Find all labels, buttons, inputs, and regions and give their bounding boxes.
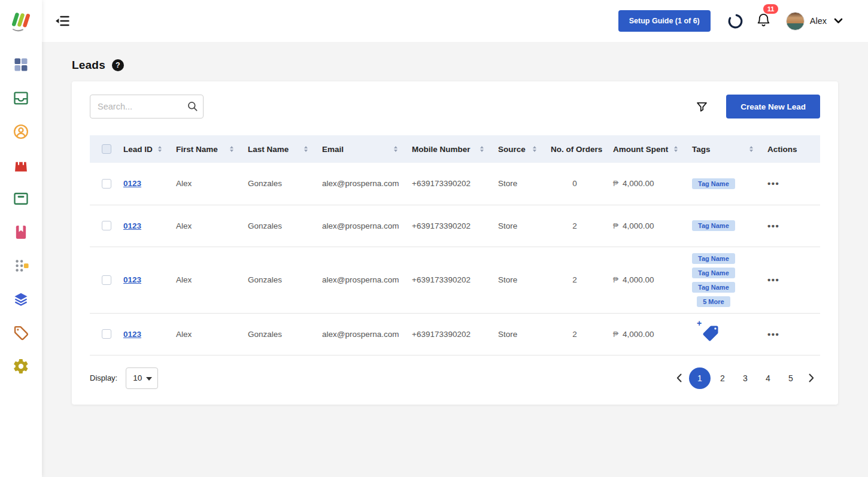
archive-card-icon[interactable] (11, 189, 31, 208)
page-button-2[interactable]: 2 (712, 367, 733, 389)
products-bag-icon[interactable] (11, 156, 31, 175)
column-label: Mobile Number (412, 145, 471, 154)
last-name-cell: Gonzales (241, 163, 315, 205)
page-button-4[interactable]: 4 (757, 367, 779, 389)
column-label: Source (498, 145, 526, 154)
column-label: Lead ID (123, 145, 153, 154)
tag-chip: Tag Name (692, 282, 735, 293)
create-new-lead-button[interactable]: Create New Lead (726, 95, 820, 119)
dashboard-icon[interactable] (11, 55, 31, 74)
sort-icon[interactable] (480, 146, 484, 152)
sort-icon[interactable] (533, 146, 536, 152)
display-label: Display: (90, 373, 117, 382)
lead-id-link[interactable]: 0123 (123, 221, 141, 230)
orders-inbox-icon[interactable] (11, 89, 31, 108)
page-size-value: 10 (133, 373, 142, 382)
notifications-button[interactable]: 11 (757, 13, 770, 30)
last-name-cell: Gonzales (241, 247, 315, 313)
page-size-select[interactable]: 10 (126, 367, 158, 389)
next-page-icon[interactable] (803, 373, 820, 382)
source-cell: Store (491, 163, 544, 205)
filter-icon[interactable] (696, 101, 708, 113)
topbar: Setup Guide (1 of 6) 11 Alex (42, 0, 868, 42)
source-cell: Store (491, 247, 544, 313)
chevron-down-icon (834, 18, 843, 24)
column-label: Tags (692, 145, 711, 154)
page-title: Leads (72, 59, 105, 72)
lead-id-link[interactable]: 0123 (123, 179, 141, 188)
orders-cell: 2 (544, 247, 606, 313)
actions-cell: ••• (760, 205, 820, 247)
mobile-number-cell: +639173390202 (405, 205, 491, 247)
sort-icon[interactable] (749, 146, 753, 152)
column-header-mobile-number[interactable]: Mobile Number (405, 135, 491, 163)
app-logo-icon[interactable] (10, 11, 32, 32)
mobile-number-cell: +639173390202 (405, 163, 491, 205)
sort-icon[interactable] (158, 146, 162, 152)
column-header-source[interactable]: Source (491, 135, 544, 163)
search-icon[interactable] (187, 101, 198, 112)
first-name-cell: Alex (169, 205, 241, 247)
mobile-number-cell: +639173390202 (405, 247, 491, 313)
first-name-cell: Alex (169, 163, 241, 205)
column-header-tags[interactable]: Tags (685, 135, 760, 163)
row-checkbox[interactable] (102, 329, 111, 339)
help-icon[interactable]: ? (112, 59, 124, 71)
card-toolbar: Create New Lead (90, 95, 820, 119)
row-actions-button[interactable]: ••• (767, 178, 779, 189)
amount-cell: ₱4,000.00 (606, 163, 685, 205)
row-actions-button[interactable]: ••• (767, 221, 779, 231)
source-cell: Store (491, 205, 544, 247)
sidebar-collapse-icon[interactable] (55, 15, 69, 27)
apps-grid-icon[interactable] (11, 256, 31, 275)
add-tag-icon[interactable]: + (701, 324, 720, 344)
orders-cell: 0 (544, 163, 606, 205)
last-name-cell: Gonzales (241, 313, 315, 355)
page-button-1[interactable]: 1 (689, 367, 711, 389)
more-tags-chip[interactable]: 5 More (697, 296, 730, 307)
lead-row: 0123AlexGonzalesalex@prosperna.com+63917… (90, 313, 820, 355)
setup-progress-ring-icon[interactable] (727, 13, 743, 29)
sort-icon[interactable] (230, 146, 233, 152)
avatar (786, 12, 805, 31)
table-header-row: Lead IDFirst NameLast NameEmailMobile Nu… (90, 135, 820, 163)
customers-icon[interactable] (11, 122, 31, 141)
setup-guide-button[interactable]: Setup Guide (1 of 6) (618, 10, 711, 32)
prev-page-icon[interactable] (670, 373, 688, 382)
lead-id-link[interactable]: 0123 (123, 330, 141, 339)
sort-icon[interactable] (394, 146, 397, 152)
notification-badge: 11 (763, 4, 779, 14)
search-box (90, 95, 204, 119)
currency-symbol: ₱ (613, 221, 618, 230)
tags-stack: Tag NameTag NameTag Name5 More (692, 253, 735, 307)
amount-cell: ₱4,000.00 (606, 247, 685, 313)
column-header-last-name[interactable]: Last Name (241, 135, 315, 163)
select-all-checkbox[interactable] (102, 144, 111, 154)
sort-icon[interactable] (304, 146, 308, 152)
column-header-amount-spent[interactable]: Amount Spent (606, 135, 685, 163)
settings-gear-icon[interactable] (11, 357, 31, 376)
tags-cell: Tag NameTag NameTag Name5 More (685, 247, 760, 313)
column-header-lead-id[interactable]: Lead ID (116, 135, 169, 163)
row-checkbox[interactable] (102, 179, 111, 189)
row-actions-button[interactable]: ••• (767, 329, 779, 339)
column-header-email[interactable]: Email (315, 135, 405, 163)
page-button-5[interactable]: 5 (780, 367, 802, 389)
row-checkbox[interactable] (102, 221, 111, 230)
column-label: Amount Spent (613, 145, 668, 154)
sort-icon[interactable] (674, 146, 678, 152)
tag-icon[interactable] (11, 323, 31, 342)
topbar-right: Setup Guide (1 of 6) 11 Alex (618, 10, 843, 32)
column-header-no-of-orders: No. of Orders (544, 135, 606, 163)
currency-symbol: ₱ (613, 275, 618, 284)
page-button-3[interactable]: 3 (735, 367, 756, 389)
bookmark-report-icon[interactable] (11, 223, 31, 242)
lead-id-link[interactable]: 0123 (123, 275, 141, 284)
row-actions-button[interactable]: ••• (767, 275, 779, 285)
user-menu[interactable]: Alex (786, 12, 843, 31)
column-header-first-name[interactable]: First Name (169, 135, 241, 163)
first-name-cell: Alex (169, 313, 241, 355)
row-checkbox[interactable] (102, 275, 111, 285)
layers-icon[interactable] (11, 290, 31, 309)
email-cell: alex@prosperna.com (315, 163, 405, 205)
